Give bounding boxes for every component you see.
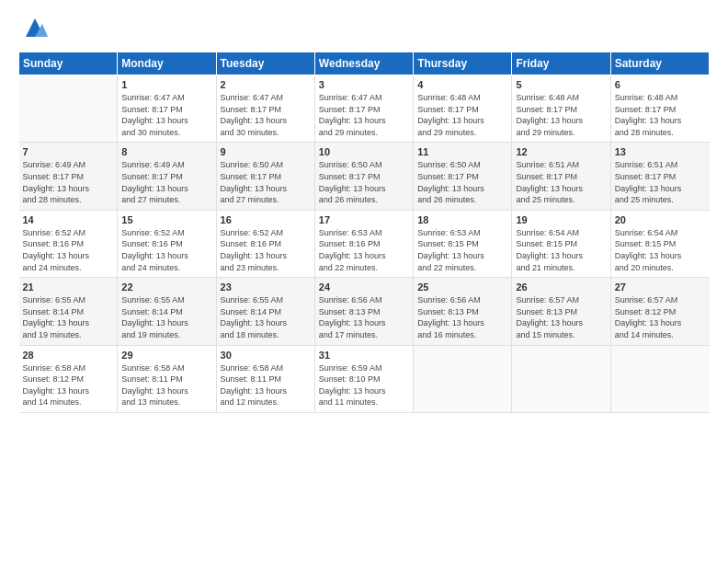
day-number: 5 [516,79,606,90]
day-number: 29 [121,350,211,361]
calendar-cell: 2Sunrise: 6:47 AM Sunset: 8:17 PM Daylig… [216,75,314,143]
week-row-5: 28Sunrise: 6:58 AM Sunset: 8:12 PM Dayli… [19,345,710,412]
day-number: 11 [417,146,507,157]
header-cell-saturday: Saturday [610,52,709,75]
cell-content: Sunrise: 6:47 AM Sunset: 8:17 PM Dayligh… [121,92,211,138]
day-number: 21 [23,282,114,293]
cell-content: Sunrise: 6:50 AM Sunset: 8:17 PM Dayligh… [319,159,409,205]
calendar-cell: 3Sunrise: 6:47 AM Sunset: 8:17 PM Daylig… [314,75,413,143]
cell-content: Sunrise: 6:48 AM Sunset: 8:17 PM Dayligh… [417,92,507,138]
calendar-cell: 31Sunrise: 6:59 AM Sunset: 8:10 PM Dayli… [314,345,413,412]
day-number: 18 [417,214,507,225]
cell-content: Sunrise: 6:57 AM Sunset: 8:12 PM Dayligh… [615,294,706,340]
calendar-cell: 21Sunrise: 6:55 AM Sunset: 8:14 PM Dayli… [19,278,118,345]
day-number: 30 [221,350,311,361]
calendar-cell: 11Sunrise: 6:50 AM Sunset: 8:17 PM Dayli… [414,143,512,210]
day-number: 10 [319,146,409,157]
day-number: 28 [23,350,114,361]
cell-content: Sunrise: 6:47 AM Sunset: 8:17 PM Dayligh… [319,92,409,138]
header-cell-sunday: Sunday [19,52,118,75]
cell-content: Sunrise: 6:54 AM Sunset: 8:15 PM Dayligh… [516,227,606,273]
calendar-cell: 12Sunrise: 6:51 AM Sunset: 8:17 PM Dayli… [512,143,610,210]
calendar-cell: 24Sunrise: 6:56 AM Sunset: 8:13 PM Dayli… [314,278,413,345]
cell-content: Sunrise: 6:58 AM Sunset: 8:12 PM Dayligh… [23,362,114,408]
day-number: 19 [516,214,606,225]
day-number: 8 [121,146,211,157]
logo [18,15,48,40]
cell-content: Sunrise: 6:48 AM Sunset: 8:17 PM Dayligh… [615,92,706,138]
cell-content: Sunrise: 6:55 AM Sunset: 8:14 PM Dayligh… [121,294,211,340]
day-number: 1 [121,79,211,90]
calendar-cell: 4Sunrise: 6:48 AM Sunset: 8:17 PM Daylig… [414,75,512,143]
calendar-cell: 23Sunrise: 6:55 AM Sunset: 8:14 PM Dayli… [216,278,314,345]
calendar-cell: 8Sunrise: 6:49 AM Sunset: 8:17 PM Daylig… [118,143,216,210]
calendar-cell: 27Sunrise: 6:57 AM Sunset: 8:12 PM Dayli… [610,278,709,345]
calendar-cell: 7Sunrise: 6:49 AM Sunset: 8:17 PM Daylig… [19,143,118,210]
day-number: 4 [417,79,507,90]
day-number: 20 [615,214,706,225]
header-cell-monday: Monday [118,52,216,75]
day-number: 25 [417,282,507,293]
cell-content: Sunrise: 6:52 AM Sunset: 8:16 PM Dayligh… [221,227,311,273]
logo-icon [22,15,48,40]
header-cell-thursday: Thursday [414,52,512,75]
cell-content: Sunrise: 6:58 AM Sunset: 8:11 PM Dayligh… [221,362,311,408]
cell-content: Sunrise: 6:53 AM Sunset: 8:16 PM Dayligh… [319,227,409,273]
cell-content: Sunrise: 6:51 AM Sunset: 8:17 PM Dayligh… [615,159,706,205]
calendar-cell: 10Sunrise: 6:50 AM Sunset: 8:17 PM Dayli… [314,143,413,210]
week-row-3: 14Sunrise: 6:52 AM Sunset: 8:16 PM Dayli… [19,210,710,277]
header [18,15,710,40]
day-number: 15 [121,214,211,225]
cell-content: Sunrise: 6:55 AM Sunset: 8:14 PM Dayligh… [221,294,311,340]
calendar-cell: 14Sunrise: 6:52 AM Sunset: 8:16 PM Dayli… [19,210,118,277]
cell-content: Sunrise: 6:50 AM Sunset: 8:17 PM Dayligh… [417,159,507,205]
header-cell-tuesday: Tuesday [216,52,314,75]
cell-content: Sunrise: 6:55 AM Sunset: 8:14 PM Dayligh… [23,294,114,340]
calendar-cell: 6Sunrise: 6:48 AM Sunset: 8:17 PM Daylig… [610,75,709,143]
cell-content: Sunrise: 6:53 AM Sunset: 8:15 PM Dayligh… [417,227,507,273]
calendar-header: SundayMondayTuesdayWednesdayThursdayFrid… [19,52,710,75]
cell-content: Sunrise: 6:47 AM Sunset: 8:17 PM Dayligh… [221,92,311,138]
cell-content: Sunrise: 6:49 AM Sunset: 8:17 PM Dayligh… [121,159,211,205]
calendar-body: 1Sunrise: 6:47 AM Sunset: 8:17 PM Daylig… [19,75,710,413]
day-number: 17 [319,214,409,225]
calendar-cell: 16Sunrise: 6:52 AM Sunset: 8:16 PM Dayli… [216,210,314,277]
day-number: 31 [319,350,409,361]
cell-content: Sunrise: 6:58 AM Sunset: 8:11 PM Dayligh… [121,362,211,408]
cell-content: Sunrise: 6:56 AM Sunset: 8:13 PM Dayligh… [319,294,409,340]
cell-content: Sunrise: 6:57 AM Sunset: 8:13 PM Dayligh… [516,294,606,340]
day-number: 12 [516,146,606,157]
cell-content: Sunrise: 6:52 AM Sunset: 8:16 PM Dayligh… [121,227,211,273]
cell-content: Sunrise: 6:54 AM Sunset: 8:15 PM Dayligh… [615,227,706,273]
calendar-cell: 29Sunrise: 6:58 AM Sunset: 8:11 PM Dayli… [118,345,216,412]
calendar-cell: 22Sunrise: 6:55 AM Sunset: 8:14 PM Dayli… [118,278,216,345]
day-number: 23 [221,282,311,293]
calendar-cell: 1Sunrise: 6:47 AM Sunset: 8:17 PM Daylig… [118,75,216,143]
calendar-cell: 19Sunrise: 6:54 AM Sunset: 8:15 PM Dayli… [512,210,610,277]
calendar-cell: 28Sunrise: 6:58 AM Sunset: 8:12 PM Dayli… [19,345,118,412]
calendar-cell [414,345,512,412]
cell-content: Sunrise: 6:59 AM Sunset: 8:10 PM Dayligh… [319,362,409,408]
calendar-cell: 18Sunrise: 6:53 AM Sunset: 8:15 PM Dayli… [414,210,512,277]
day-number: 7 [23,146,114,157]
week-row-2: 7Sunrise: 6:49 AM Sunset: 8:17 PM Daylig… [19,143,710,210]
calendar-table: SundayMondayTuesdayWednesdayThursdayFrid… [18,52,710,413]
calendar-cell: 15Sunrise: 6:52 AM Sunset: 8:16 PM Dayli… [118,210,216,277]
day-number: 16 [221,214,311,225]
day-number: 3 [319,79,409,90]
day-number: 24 [319,282,409,293]
calendar-cell [610,345,709,412]
calendar-cell: 17Sunrise: 6:53 AM Sunset: 8:16 PM Dayli… [314,210,413,277]
header-row: SundayMondayTuesdayWednesdayThursdayFrid… [19,52,710,75]
cell-content: Sunrise: 6:50 AM Sunset: 8:17 PM Dayligh… [221,159,311,205]
day-number: 13 [615,146,706,157]
day-number: 27 [615,282,706,293]
day-number: 2 [221,79,311,90]
header-cell-friday: Friday [512,52,610,75]
day-number: 26 [516,282,606,293]
cell-content: Sunrise: 6:49 AM Sunset: 8:17 PM Dayligh… [23,159,114,205]
calendar-cell: 9Sunrise: 6:50 AM Sunset: 8:17 PM Daylig… [216,143,314,210]
calendar-cell: 25Sunrise: 6:56 AM Sunset: 8:13 PM Dayli… [414,278,512,345]
calendar-cell [19,75,118,143]
calendar-cell: 20Sunrise: 6:54 AM Sunset: 8:15 PM Dayli… [610,210,709,277]
